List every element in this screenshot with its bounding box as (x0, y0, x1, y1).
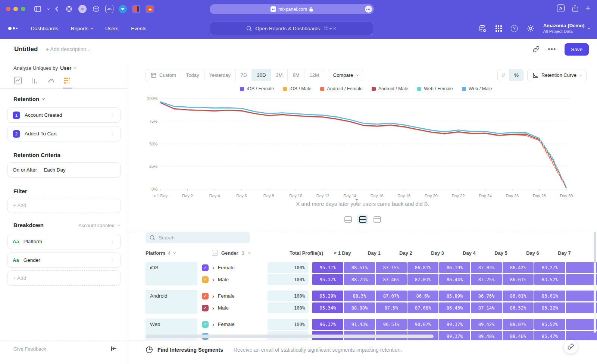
favicon-red-app-icon[interactable] (132, 5, 140, 13)
select-all-checkbox[interactable]: — (212, 250, 218, 256)
retention-step-2[interactable]: 2 Added To Cart ⋮ (7, 126, 121, 141)
range-option-6m[interactable]: 6M (288, 69, 304, 81)
give-feedback-link[interactable]: Give Feedback (13, 346, 46, 352)
horizontal-scrollbar[interactable] (146, 335, 434, 338)
share-link-floating-button[interactable] (564, 340, 578, 354)
extensions-button[interactable]: ••• (365, 6, 372, 13)
window-minimize-button[interactable] (13, 7, 18, 11)
data-management-icon[interactable] (479, 25, 487, 32)
more-actions-icon[interactable]: ••• (548, 46, 556, 53)
vertical-scrollbar[interactable] (594, 232, 596, 333)
apps-grid-icon[interactable] (496, 25, 502, 32)
nav-item-reports[interactable]: Reports (71, 26, 93, 31)
legend-item[interactable]: Android / Male (372, 86, 409, 91)
tab-retention[interactable] (63, 76, 72, 87)
compare-button[interactable]: Compare (328, 69, 363, 81)
day-column-header[interactable]: Day 6 (517, 250, 548, 256)
legend-item[interactable]: Android / Female (320, 86, 362, 91)
tab-funnels[interactable] (30, 76, 39, 87)
range-option-yesterday[interactable]: Yesterday (204, 69, 236, 81)
breakdown-platform[interactable]: Aa Platform ⋮ (7, 234, 121, 249)
day-column-header[interactable]: < 1 Day (327, 250, 358, 256)
criteria-mode[interactable]: On or After (13, 167, 37, 173)
platform-cell[interactable]: Web (146, 318, 197, 342)
url-bar[interactable]: mixpanel.com ••• (210, 4, 374, 14)
window-zoom-button[interactable] (21, 7, 25, 11)
retention-step-1[interactable]: 1 Account Created ⋮ (7, 107, 121, 123)
breakdown-options-icon[interactable]: ⋮ (110, 239, 115, 244)
row-checkbox[interactable]: ✓ (202, 264, 209, 271)
favicon-target-icon[interactable] (65, 5, 73, 13)
share-icon[interactable] (572, 5, 578, 12)
collapse-sidebar-icon[interactable] (111, 346, 117, 351)
favicon-js-icon[interactable]: JS (105, 5, 113, 13)
breakdown-scope-dropdown[interactable]: Account Created (78, 223, 119, 228)
retention-criteria-control[interactable]: On or After Each Day (7, 162, 121, 178)
row-checkbox[interactable]: ✓ (202, 293, 209, 299)
step-options-icon[interactable]: ⋮ (110, 112, 115, 118)
expand-row-icon[interactable]: › (212, 293, 214, 299)
day-column-header[interactable]: Day 4 (454, 250, 485, 256)
range-option-custom[interactable]: Custom (146, 69, 181, 81)
favicon-m-icon[interactable]: m (78, 5, 87, 13)
tab-flows[interactable] (46, 76, 55, 87)
nav-item-users[interactable]: Users (105, 26, 118, 31)
favicon-box-icon[interactable] (92, 5, 100, 13)
range-option-3m[interactable]: 3M (271, 69, 288, 81)
legend-item[interactable]: Web / Female (417, 86, 453, 91)
day-column-header[interactable]: Day 7 (549, 250, 580, 256)
day-column-header[interactable]: Day 1 (359, 250, 390, 256)
range-option-12m[interactable]: 12M (304, 69, 323, 81)
chart-type-dropdown[interactable]: Retention Curve (527, 69, 587, 81)
expand-row-icon[interactable]: › (212, 321, 214, 327)
row-checkbox[interactable]: ✓ (202, 321, 209, 328)
analyze-entity-dropdown[interactable]: User (60, 65, 75, 71)
filter-add-button[interactable]: + Add (7, 198, 121, 213)
favicon-bird-icon[interactable] (119, 5, 127, 13)
copy-link-icon[interactable] (533, 46, 540, 53)
report-description-placeholder[interactable]: + Add description... (46, 46, 90, 52)
row-checkbox[interactable]: ✓ (202, 276, 209, 283)
day-column-header[interactable]: Day 3 (422, 250, 453, 256)
format-percent-option[interactable]: % (510, 69, 523, 81)
tab-insights[interactable] (13, 76, 22, 87)
breakdown-add-button[interactable]: + Add (7, 270, 121, 286)
help-icon[interactable]: ? (511, 25, 518, 32)
notion-icon[interactable]: N (557, 4, 565, 12)
settings-gear-icon[interactable] (527, 25, 534, 32)
expand-row-icon[interactable]: › (212, 265, 214, 271)
layout-split-button[interactable] (357, 214, 368, 224)
layout-chart-only-button[interactable] (343, 214, 354, 224)
legend-item[interactable]: Web / Male (462, 86, 492, 91)
layout-table-only-button[interactable] (372, 214, 383, 224)
row-checkbox[interactable]: ✓ (202, 305, 209, 311)
sidebar-toggle-icon[interactable] (34, 6, 41, 12)
range-option-today[interactable]: Today (181, 69, 204, 81)
gender-column-header[interactable]: — Gender3 (212, 250, 282, 256)
criteria-interval[interactable]: Each Day (44, 167, 66, 173)
platform-cell[interactable]: iOS (146, 262, 197, 285)
legend-item[interactable]: iOS / Female (240, 86, 274, 91)
window-close-button[interactable] (6, 7, 10, 11)
legend-item[interactable]: iOS / Male (283, 86, 311, 91)
expand-row-icon[interactable]: › (212, 277, 214, 283)
tabs-dropdown-icon[interactable] (47, 8, 49, 10)
total-profiles-header[interactable]: Total Profile(s) (282, 250, 323, 256)
report-title[interactable]: Untitled (14, 46, 38, 53)
find-segments-title[interactable]: Find Interesting Segments (157, 347, 223, 353)
back-icon[interactable] (55, 6, 58, 12)
platform-cell[interactable]: Android (146, 290, 197, 314)
favicon-soundcloud-icon[interactable] (146, 5, 154, 13)
project-switcher[interactable]: Amazonia {Demo} All Project Data (543, 23, 590, 34)
expand-row-icon[interactable]: › (212, 305, 214, 311)
day-column-header[interactable]: Day 2 (390, 250, 421, 256)
breakdown-options-icon[interactable]: ⋮ (110, 257, 115, 263)
nav-item-events[interactable]: Events (131, 26, 146, 31)
range-option-7d[interactable]: 7D (236, 69, 252, 81)
retention-section-heading[interactable]: Retention (13, 96, 44, 102)
global-search-input[interactable]: Open Reports & Dashboards ⌘ + K (210, 22, 373, 35)
platform-column-header[interactable]: Platform4 (146, 250, 212, 256)
nav-item-dashboards[interactable]: Dashboards (31, 26, 58, 31)
step-options-icon[interactable]: ⋮ (110, 131, 115, 136)
table-search-input[interactable]: Search (146, 232, 250, 243)
